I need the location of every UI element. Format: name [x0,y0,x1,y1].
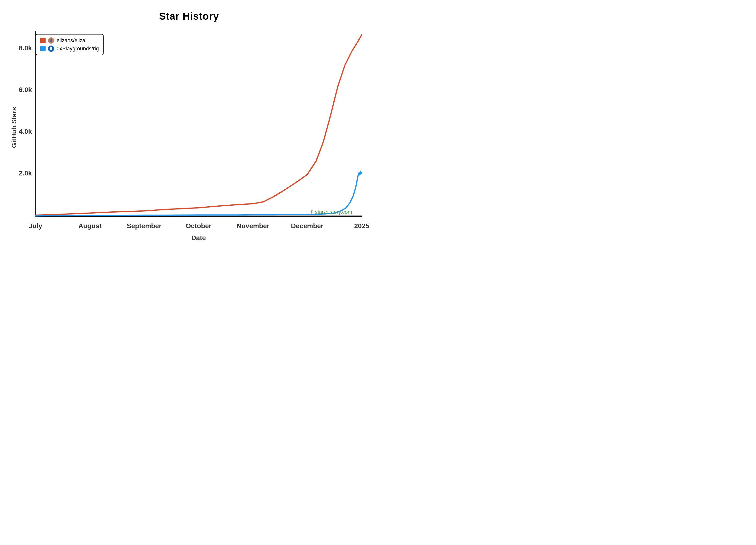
chart-svg: 2.0k 4.0k 6.0k 8.0k GitHub Stars July Au… [9,27,369,247]
legend-color-rig [40,46,46,51]
x-tick-october: October [186,222,211,230]
svg-text:2.0k: 2.0k [19,170,32,177]
legend-label-eliza: elizaos/eliza [57,37,85,44]
x-axis-label: Date [191,234,206,242]
svg-text:4.0k: 4.0k [19,128,32,135]
legend-avatar-eliza: 👤 [48,37,54,44]
svg-text:6.0k: 6.0k [19,86,32,94]
x-tick-november: November [237,222,270,230]
x-tick-july: July [29,222,42,230]
eliza-line [35,35,362,215]
legend-color-eliza [40,38,46,43]
chart-title: Star History [9,11,369,22]
svg-text:8.0k: 8.0k [19,44,32,52]
x-tick-september: September [127,222,162,230]
legend-avatar-rig: 🅿 [48,46,54,52]
x-tick-december: December [291,222,324,230]
y-axis-label: GitHub Stars [10,107,18,148]
legend-item-rig: 🅿 0xPlaygrounds/rig [40,46,99,52]
legend-label-rig: 0xPlaygrounds/rig [57,46,99,52]
chart-legend: 👤 elizaos/eliza 🅿 0xPlaygrounds/rig [35,34,104,55]
chart-area: 👤 elizaos/eliza 🅿 0xPlaygrounds/rig 2.0k… [9,27,369,247]
x-tick-2025: 2025 [354,222,369,230]
chart-container: Star History 👤 elizaos/eliza 🅿 0xPlaygro… [9,11,369,262]
x-tick-august: August [78,222,101,230]
watermark-text: ✳ star-history.com [309,209,352,215]
legend-item-eliza: 👤 elizaos/eliza [40,37,99,44]
